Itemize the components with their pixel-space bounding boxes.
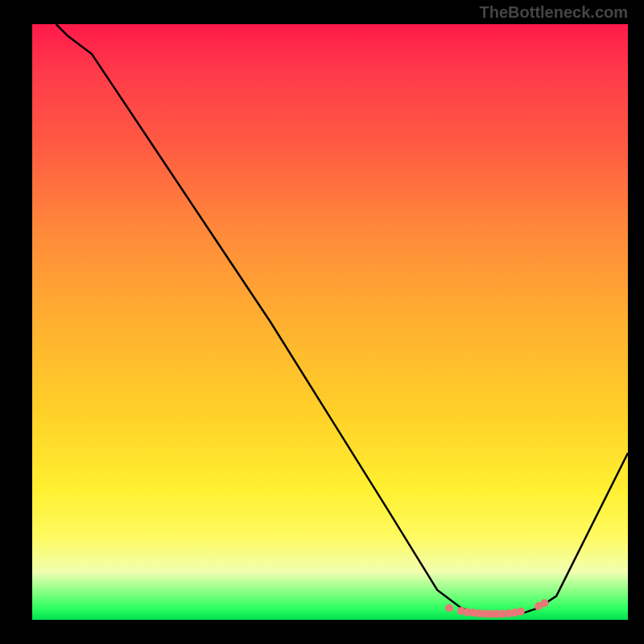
marker-dot (445, 604, 453, 612)
chart-svg (32, 24, 628, 620)
marker-dot (517, 608, 525, 616)
curve-line (56, 24, 628, 614)
marker-dot (540, 599, 548, 607)
marker-group (445, 599, 548, 617)
chart-canvas (32, 24, 628, 620)
watermark-text: TheBottleneck.com (480, 3, 628, 22)
